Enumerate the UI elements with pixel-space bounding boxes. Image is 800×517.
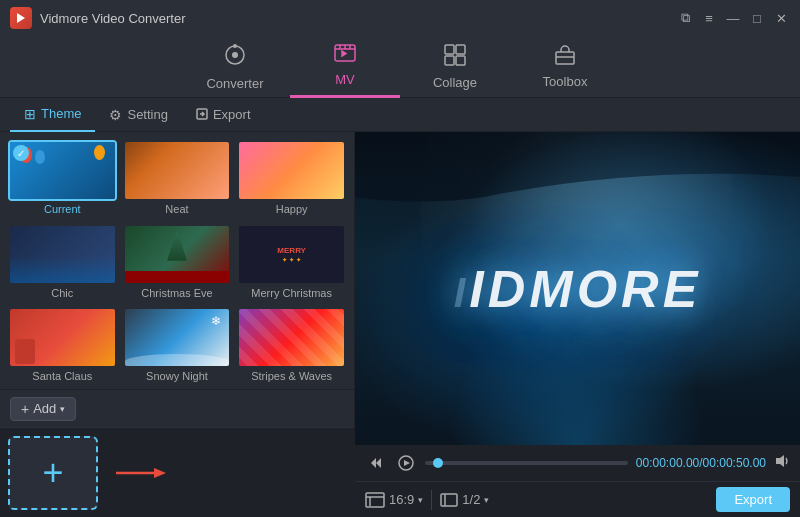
- export-sub-icon: [196, 107, 208, 123]
- theme-item-current[interactable]: ✓ Current: [8, 140, 117, 218]
- maximize-button[interactable]: □: [748, 9, 766, 27]
- progress-bar[interactable]: [425, 461, 628, 465]
- play-button[interactable]: [395, 452, 417, 474]
- page-chevron-icon: ▾: [484, 495, 489, 505]
- add-chevron-icon: ▾: [60, 404, 65, 414]
- file-add-slot[interactable]: +: [8, 436, 98, 510]
- sub-tab-export[interactable]: Export: [182, 98, 265, 132]
- tile-button[interactable]: ⧉: [676, 9, 694, 27]
- theme-label-santa-claus: Santa Claus: [32, 370, 92, 382]
- tab-converter[interactable]: Converter: [180, 36, 290, 98]
- theme-thumb-chic: [8, 224, 117, 285]
- titlebar-left: Vidmore Video Converter: [10, 7, 186, 29]
- app-icon: [10, 7, 32, 29]
- svg-marker-12: [154, 468, 166, 478]
- theme-label-merry-christmas: Merry Christmas: [251, 287, 332, 299]
- sub-tab-setting-label: Setting: [127, 107, 167, 122]
- file-drop-area: +: [0, 427, 354, 517]
- theme-label-christmas-eve: Christmas Eve: [141, 287, 213, 299]
- tab-collage[interactable]: Collage: [400, 36, 510, 98]
- theme-label-snowy-night: Snowy Night: [146, 370, 208, 382]
- theme-item-santa-claus[interactable]: Santa Claus: [8, 307, 117, 385]
- theme-label-stripes-waves: Stripes & Waves: [251, 370, 332, 382]
- aspect-ratio-chevron-icon: ▾: [418, 495, 423, 505]
- add-plus-icon: +: [21, 401, 29, 417]
- time-display: 00:00:00.00/00:00:50.00: [636, 456, 766, 470]
- main-content: ✓ Current Neat Happy: [0, 132, 800, 517]
- theme-thumb-santa-claus: [8, 307, 117, 368]
- divider: [431, 490, 432, 510]
- minimize-button[interactable]: —: [724, 9, 742, 27]
- svg-point-3: [233, 44, 237, 48]
- menu-button[interactable]: ≡: [700, 9, 718, 27]
- theme-thumb-neat: [123, 140, 232, 201]
- theme-thumb-current: ✓: [8, 140, 117, 201]
- svg-point-2: [232, 52, 238, 58]
- close-button[interactable]: ✕: [772, 9, 790, 27]
- sub-tab-setting[interactable]: ⚙ Setting: [95, 98, 181, 132]
- theme-item-neat[interactable]: Neat: [123, 140, 232, 218]
- svg-rect-9: [556, 52, 574, 64]
- theme-label-current: Current: [44, 203, 81, 215]
- left-panel: ✓ Current Neat Happy: [0, 132, 355, 517]
- page-selector[interactable]: 1/2 ▾: [440, 492, 489, 507]
- file-slot-wrapper: +: [8, 436, 98, 510]
- collage-icon: [444, 44, 466, 71]
- sub-tab-theme-label: Theme: [41, 106, 81, 121]
- theme-item-merry-christmas[interactable]: MERRY✦ ✦ ✦ Merry Christmas: [237, 224, 346, 302]
- theme-thumb-happy: [237, 140, 346, 201]
- check-badge: ✓: [13, 145, 29, 161]
- export-button[interactable]: Export: [716, 487, 790, 512]
- theme-item-chic[interactable]: Chic: [8, 224, 117, 302]
- progress-handle[interactable]: [433, 458, 443, 468]
- arrow-indicator: [116, 465, 166, 481]
- svg-rect-7: [445, 56, 454, 65]
- theme-label-happy: Happy: [276, 203, 308, 215]
- theme-item-christmas-eve[interactable]: Christmas Eve: [123, 224, 232, 302]
- svg-rect-6: [456, 45, 465, 54]
- svg-rect-5: [445, 45, 454, 54]
- sub-tab-theme[interactable]: ⊞ Theme: [10, 98, 95, 132]
- rewind-button[interactable]: [365, 452, 387, 474]
- player-controls: 00:00:00.00/00:00:50.00: [355, 445, 800, 481]
- tab-collage-label: Collage: [433, 75, 477, 90]
- svg-rect-8: [456, 56, 465, 65]
- preview-logo: IIDMORE: [454, 259, 702, 319]
- tab-converter-label: Converter: [206, 76, 263, 91]
- theme-item-happy[interactable]: Happy: [237, 140, 346, 218]
- page-label: 1/2: [462, 492, 480, 507]
- theme-thumb-snowy-night: ❄: [123, 307, 232, 368]
- theme-thumb-stripes-waves: [237, 307, 346, 368]
- tab-toolbox-label: Toolbox: [543, 74, 588, 89]
- svg-rect-18: [441, 494, 457, 506]
- volume-button[interactable]: [774, 453, 790, 473]
- add-label: Add: [33, 401, 56, 416]
- tab-toolbox[interactable]: Toolbox: [510, 36, 620, 98]
- svg-marker-15: [404, 460, 410, 466]
- nav-tabs: Converter MV Collage Toolbox: [0, 36, 800, 98]
- theme-thumb-merry-christmas: MERRY✦ ✦ ✦: [237, 224, 346, 285]
- theme-item-stripes-waves[interactable]: Stripes & Waves: [237, 307, 346, 385]
- add-row: + Add ▾: [0, 389, 354, 427]
- add-button[interactable]: + Add ▾: [10, 397, 76, 421]
- mv-icon: [333, 43, 357, 68]
- right-panel: IIDMORE 00:00:00.00/00:00:50.00: [355, 132, 800, 517]
- titlebar-controls: ⧉ ≡ — □ ✕: [676, 9, 790, 27]
- svg-rect-17: [366, 493, 384, 507]
- theme-item-snowy-night[interactable]: ❄ Snowy Night: [123, 307, 232, 385]
- tab-mv[interactable]: MV: [290, 36, 400, 98]
- theme-grid: ✓ Current Neat Happy: [0, 132, 354, 389]
- bottom-bar: 16:9 ▾ 1/2 ▾ Export: [355, 481, 800, 517]
- file-plus-icon: +: [42, 455, 63, 491]
- tab-mv-label: MV: [335, 72, 355, 87]
- titlebar: Vidmore Video Converter ⧉ ≡ — □ ✕: [0, 0, 800, 36]
- aspect-ratio-label: 16:9: [389, 492, 414, 507]
- toolbox-icon: [554, 45, 576, 70]
- svg-marker-0: [17, 13, 25, 23]
- theme-label-neat: Neat: [165, 203, 188, 215]
- app-title: Vidmore Video Converter: [40, 11, 186, 26]
- setting-sub-icon: ⚙: [109, 107, 122, 123]
- aspect-ratio-button[interactable]: 16:9 ▾: [365, 492, 423, 508]
- svg-marker-16: [776, 455, 784, 467]
- theme-sub-icon: ⊞: [24, 106, 36, 122]
